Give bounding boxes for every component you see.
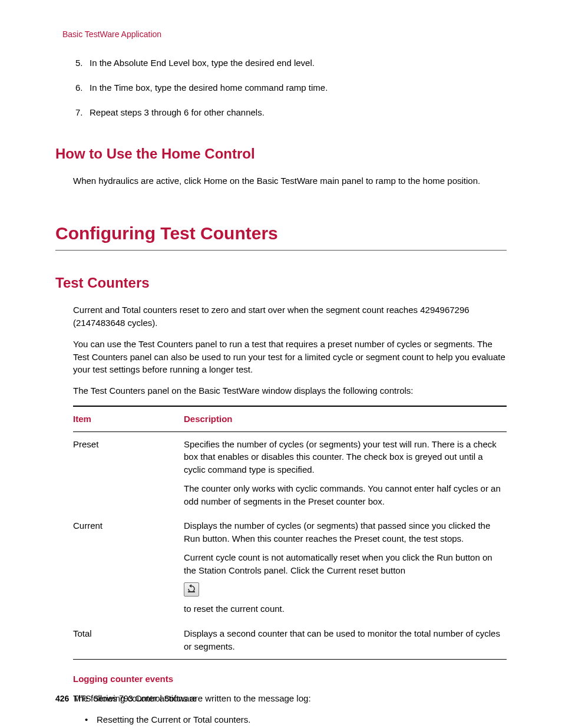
paragraph: The Test Counters panel on the Basic Tes… bbox=[73, 384, 507, 397]
bullet-list: • Resetting the Current or Total counter… bbox=[85, 713, 507, 726]
description-block: The counter only works with cyclic comma… bbox=[184, 482, 502, 508]
controls-table: Item Description PresetSpecifies the num… bbox=[73, 406, 507, 660]
page: Basic TestWare Application 5. In the Abs… bbox=[0, 0, 562, 728]
description-block: to reset the current count. bbox=[184, 602, 502, 615]
table-row: PresetSpecifies the number of cycles (or… bbox=[73, 431, 507, 513]
description-block bbox=[184, 582, 502, 597]
page-number: 426 bbox=[55, 694, 69, 703]
table-cell-item: Preset bbox=[73, 431, 184, 513]
table-cell-description: Specifies the number of cycles (or segme… bbox=[184, 431, 507, 513]
step-text: In the Absolute End Level box, type the … bbox=[90, 57, 315, 70]
table-cell-item: Current bbox=[73, 513, 184, 621]
reset-icon[interactable] bbox=[184, 582, 199, 597]
table-header-description: Description bbox=[184, 406, 507, 431]
description-block: Displays the number of cycles (or segmen… bbox=[184, 519, 502, 545]
description-block: Displays a second counter that can be us… bbox=[184, 627, 502, 653]
subheading-logging-counter-events: Logging counter events bbox=[73, 673, 507, 686]
table-cell-description: Displays a second counter that can be us… bbox=[184, 621, 507, 659]
heading-configuring-test-counters: Configuring Test Counters bbox=[55, 220, 507, 251]
table-row: TotalDisplays a second counter that can … bbox=[73, 621, 507, 659]
table-cell-description: Displays the number of cycles (or segmen… bbox=[184, 513, 507, 621]
heading-test-counters: Test Counters bbox=[55, 273, 507, 294]
page-footer: 426 MTS Series 793 Control Software bbox=[55, 693, 197, 704]
step-number: 6. bbox=[75, 81, 90, 94]
table-row: CurrentDisplays the number of cycles (or… bbox=[73, 513, 507, 621]
paragraph: You can use the Test Counters panel to r… bbox=[73, 338, 507, 376]
list-item: 5. In the Absolute End Level box, type t… bbox=[75, 57, 507, 70]
step-text: In the Time box, type the desired home c… bbox=[90, 81, 328, 94]
footer-title: MTS Series 793 Control Software bbox=[74, 694, 197, 703]
list-item: 6. In the Time box, type the desired hom… bbox=[75, 81, 507, 94]
svg-rect-1 bbox=[188, 591, 195, 592]
table-cell-item: Total bbox=[73, 621, 184, 659]
description-block: Current cycle count is not automatically… bbox=[184, 551, 502, 577]
bullet-text: Resetting the Current or Total counters. bbox=[97, 713, 251, 726]
step-number: 5. bbox=[75, 57, 90, 70]
table-header-item: Item bbox=[73, 406, 184, 431]
numbered-steps: 5. In the Absolute End Level box, type t… bbox=[75, 57, 507, 118]
description-block: Specifies the number of cycles (or segme… bbox=[184, 438, 502, 476]
svg-marker-0 bbox=[189, 584, 191, 588]
paragraph: When hydraulics are active, click Home o… bbox=[73, 174, 507, 187]
paragraph: Current and Total counters reset to zero… bbox=[73, 304, 507, 330]
step-number: 7. bbox=[75, 106, 90, 119]
step-text: Repeat steps 3 through 6 for other chann… bbox=[90, 106, 265, 119]
list-item: • Resetting the Current or Total counter… bbox=[85, 713, 507, 726]
heading-home-control: How to Use the Home Control bbox=[55, 144, 507, 164]
bullet-icon: • bbox=[85, 713, 97, 726]
running-header: Basic TestWare Application bbox=[62, 28, 507, 40]
list-item: 7. Repeat steps 3 through 6 for other ch… bbox=[75, 106, 507, 119]
